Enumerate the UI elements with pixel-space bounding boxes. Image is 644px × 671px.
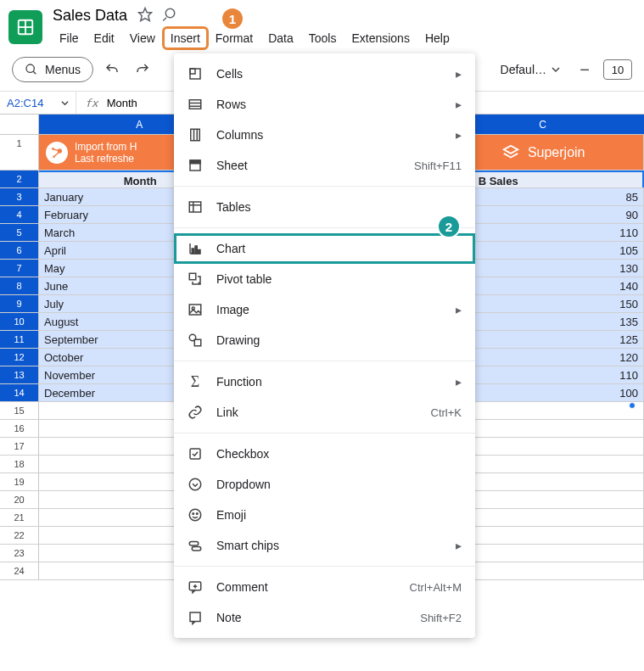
menu-item-link[interactable]: LinkCtrl+K xyxy=(174,397,475,428)
formula-input[interactable]: Month xyxy=(107,97,137,109)
move-icon[interactable] xyxy=(161,7,176,25)
row-header[interactable]: 4 xyxy=(0,206,39,223)
row-header[interactable]: 2 xyxy=(0,171,39,187)
undo-button[interactable] xyxy=(100,58,124,81)
menu-tools[interactable]: Tools xyxy=(302,28,344,48)
shortcut-hint: Ctrl+K xyxy=(431,406,462,419)
font-size-input[interactable]: 10 xyxy=(603,59,632,80)
row-header[interactable]: 16 xyxy=(0,420,39,437)
svg-rect-22 xyxy=(189,202,201,212)
menus-search[interactable]: Menus xyxy=(12,57,93,82)
check-icon xyxy=(188,446,203,461)
row-header[interactable]: 5 xyxy=(0,224,39,241)
row-header[interactable]: 1 xyxy=(0,135,39,170)
row-header[interactable]: 8 xyxy=(0,277,39,294)
menu-item-label: Checkbox xyxy=(216,447,462,461)
separator xyxy=(174,227,475,228)
row-header[interactable]: 3 xyxy=(0,188,39,205)
redo-button[interactable] xyxy=(131,58,154,81)
submenu-arrow-icon: ▸ xyxy=(456,375,462,389)
menu-item-label: Rows xyxy=(216,98,442,111)
cells-icon xyxy=(188,66,203,81)
row-header[interactable]: 22 xyxy=(0,527,39,544)
menu-item-label: Smart chips xyxy=(216,539,442,552)
separator xyxy=(174,186,475,187)
menu-help[interactable]: Help xyxy=(418,28,456,48)
menu-item-image[interactable]: Image▸ xyxy=(174,294,475,325)
drop-icon xyxy=(188,477,203,492)
svg-rect-40 xyxy=(189,542,199,546)
select-all-corner[interactable] xyxy=(0,115,39,134)
svg-rect-17 xyxy=(191,129,200,141)
row-header[interactable]: 15 xyxy=(0,402,39,419)
separator xyxy=(174,361,475,361)
font-dropdown[interactable]: Defaul… xyxy=(495,59,566,81)
menu-format[interactable]: Format xyxy=(209,28,260,48)
selection-handle[interactable] xyxy=(629,402,636,409)
shortcut-hint: Shift+F11 xyxy=(414,159,462,172)
chevron-down-icon xyxy=(61,99,69,107)
svg-rect-28 xyxy=(195,246,197,254)
row-header[interactable]: 19 xyxy=(0,473,39,490)
menu-item-func[interactable]: ΣFunction▸ xyxy=(174,366,475,397)
row-header[interactable]: 9 xyxy=(0,295,39,312)
svg-line-6 xyxy=(33,71,36,74)
svg-rect-31 xyxy=(189,305,201,315)
menu-item-comment[interactable]: CommentCtrl+Alt+M xyxy=(174,572,475,580)
menu-item-drop[interactable]: Dropdown xyxy=(174,469,475,500)
menu-insert[interactable]: Insert xyxy=(164,28,207,48)
row-header[interactable]: 12 xyxy=(0,349,39,366)
menu-item-tables[interactable]: Tables xyxy=(174,192,475,222)
menu-item-emoji[interactable]: Emoji xyxy=(174,500,475,530)
doc-title[interactable]: Sales Data xyxy=(53,7,127,25)
star-icon[interactable] xyxy=(137,7,153,25)
menu-edit[interactable]: Edit xyxy=(87,28,121,48)
svg-line-10 xyxy=(53,149,58,150)
font-label: Defaul… xyxy=(501,63,546,76)
row-header[interactable]: 11 xyxy=(0,331,39,348)
menu-item-pivot[interactable]: Pivot table xyxy=(174,264,475,294)
emoji-icon xyxy=(188,507,203,523)
name-box[interactable]: A2:C14 xyxy=(0,92,76,114)
row-header[interactable]: 18 xyxy=(0,456,39,472)
row-header[interactable]: 13 xyxy=(0,366,39,383)
menu-item-label: Dropdown xyxy=(216,478,462,491)
menu-item-drawing[interactable]: Drawing xyxy=(174,325,475,355)
svg-rect-13 xyxy=(190,69,195,74)
menu-item-check[interactable]: Checkbox xyxy=(174,439,475,469)
drawing-icon xyxy=(188,333,203,348)
svg-point-5 xyxy=(26,64,34,72)
menu-view[interactable]: View xyxy=(123,28,162,48)
svg-point-37 xyxy=(189,509,201,521)
decrease-font-button[interactable]: − xyxy=(573,58,596,81)
row-header[interactable]: 17 xyxy=(0,438,39,455)
menu-extensions[interactable]: Extensions xyxy=(344,28,416,48)
row-header[interactable]: 20 xyxy=(0,491,39,508)
menu-file[interactable]: File xyxy=(53,28,86,48)
row-header[interactable]: 23 xyxy=(0,545,39,562)
menu-item-chart[interactable]: Chart xyxy=(174,233,475,264)
row-header[interactable]: 24 xyxy=(0,562,39,579)
submenu-arrow-icon: ▸ xyxy=(456,303,462,316)
menu-item-sheet[interactable]: SheetShift+F11 xyxy=(174,150,475,181)
rows-icon xyxy=(188,97,203,112)
menu-item-rows[interactable]: Rows▸ xyxy=(174,89,475,120)
row-header[interactable]: 6 xyxy=(0,242,39,259)
row-header[interactable]: 10 xyxy=(0,313,39,330)
menu-data[interactable]: Data xyxy=(261,28,300,48)
row-header[interactable]: 7 xyxy=(0,260,39,277)
menu-item-cells[interactable]: Cells▸ xyxy=(174,59,475,89)
menu-item-label: Columns xyxy=(216,128,442,142)
annotation-2: 2 xyxy=(437,215,461,238)
pivot-icon xyxy=(188,271,203,287)
svg-rect-30 xyxy=(189,273,196,280)
menu-item-cols[interactable]: Columns▸ xyxy=(174,120,475,150)
chips-icon xyxy=(188,538,203,553)
menu-item-label: Link xyxy=(216,405,417,419)
menu-item-label: Chart xyxy=(216,242,462,255)
sheets-logo xyxy=(8,10,42,44)
comment-icon xyxy=(188,579,203,580)
row-header[interactable]: 14 xyxy=(0,384,39,401)
menu-item-chips[interactable]: Smart chips▸ xyxy=(174,530,475,561)
row-header[interactable]: 21 xyxy=(0,509,39,526)
